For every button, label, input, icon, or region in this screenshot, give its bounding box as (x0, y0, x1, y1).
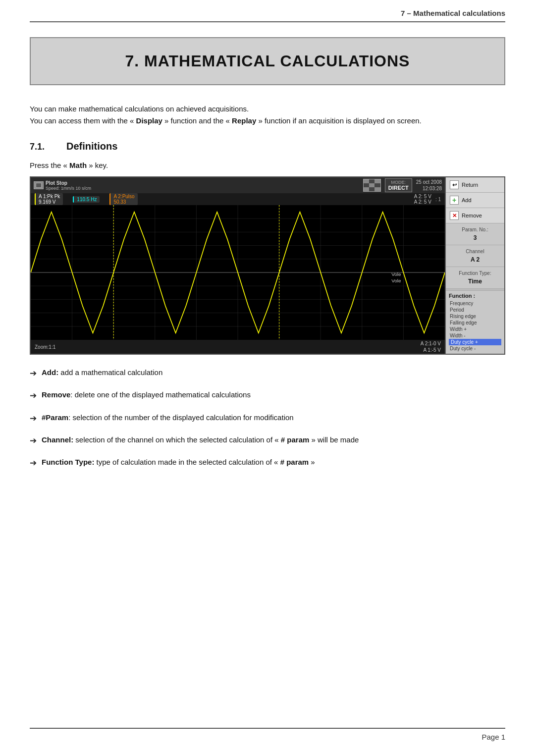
fn-rising-edge[interactable]: Rising edge (449, 313, 501, 320)
add-button[interactable]: + Add (446, 193, 504, 208)
scope-date: 25 oct 2008 (416, 179, 442, 185)
scope-top-bar: Plot Stop Speed: 1mm/s 10 s/cm MODE: (31, 177, 445, 193)
fn-period[interactable]: Period (449, 307, 501, 313)
bullet-add-text: Add: add a mathematical calculation (42, 367, 162, 378)
replay-keyword: Replay (232, 116, 256, 125)
bullet-param-text: #Param: selection of the number of the d… (42, 412, 294, 423)
bullet-arrow-2: ➔ (30, 389, 37, 402)
fn-falling-edge[interactable]: Falling edge (449, 320, 501, 326)
bullet-param: ➔ #Param: selection of the number of the… (30, 412, 505, 425)
scope-voltage-info: A 2:1-0 V A 1:-5 V (421, 340, 441, 353)
return-label: Return (462, 182, 478, 188)
scope-grid-area: Vole Vole (31, 205, 445, 340)
bullet-arrow-4: ➔ (30, 434, 37, 447)
fn-width-plus[interactable]: Width + (449, 326, 501, 332)
chapter-title: 7. MATHEMATICAL CALCULATIONS (41, 52, 494, 70)
press-key-text: Press the « Math » key. (30, 161, 505, 169)
scope-top-right: MODE: DIRECT 25 oct 2008 12:03:28 (363, 178, 442, 192)
math-key: Math (69, 161, 87, 169)
return-button[interactable]: ↩ Return (446, 177, 504, 193)
remove-button[interactable]: ✕ Remove (446, 208, 504, 223)
bullet-channel: ➔ Channel: selection of the channel on w… (30, 434, 505, 447)
param-label: Param. No.: (450, 226, 500, 233)
section-number: 7.1. (30, 142, 54, 152)
scope-datetime: 25 oct 2008 12:03:28 (416, 179, 442, 192)
page-footer: Page 1 (30, 728, 505, 741)
scope-plot-info: Plot Stop Speed: 1mm/s 10 s/cm (46, 180, 91, 191)
bullet-remove-text: Remove: delete one of the displayed math… (42, 389, 251, 400)
svg-text:Vole: Vole (391, 278, 401, 283)
return-icon: ↩ (450, 180, 459, 189)
scope-time: 12:03:28 (416, 185, 442, 192)
fn-duty-cycle-minus[interactable]: Duty cycle - (449, 345, 501, 352)
scope-waveform-svg: Vole Vole (31, 205, 445, 340)
param-info: Param. No.: 3 (446, 223, 504, 245)
scope-mode-box: MODE: DIRECT (385, 178, 412, 192)
mode-label: MODE: (388, 180, 409, 185)
channel-value: A 2 (450, 255, 500, 264)
bullet-remove: ➔ Remove: delete one of the displayed ma… (30, 389, 505, 402)
display-keyword: Display (136, 116, 162, 125)
remove-icon: ✕ (450, 211, 459, 220)
scope-bottom-bar: Zoom:1:1 A 2:1-0 V A 1:-5 V (31, 340, 445, 354)
function-type-label: Function Type: (450, 270, 500, 277)
fn-frequency[interactable]: Frequency (449, 300, 501, 307)
plot-stop-label: Plot Stop (46, 180, 91, 186)
function-type-value: Time (450, 277, 500, 286)
intro-line1: You can make mathematical calculations o… (30, 103, 505, 115)
channel-2-info: 110.5 Hz (73, 196, 100, 203)
channel-1-info: A 1:Pk Pk9.169 V (35, 193, 63, 205)
scope-channel-bar: A 1:Pk Pk9.169 V 110.5 Hz A 2:Pulso50.33… (31, 193, 445, 205)
section-71-heading: 7.1. Definitions (30, 141, 505, 152)
mode-value: DIRECT (388, 185, 409, 191)
section-title: Definitions (66, 141, 117, 152)
add-icon: + (450, 196, 459, 205)
bullet-function-type-text: Function Type: type of calculation made … (42, 456, 315, 468)
oscilloscope-display: Plot Stop Speed: 1mm/s 10 s/cm MODE: (30, 176, 505, 355)
header-title: 7 – Mathematical calculations (401, 9, 505, 17)
scope-checker-icon (363, 179, 381, 192)
scope-right-panel: ↩ Return + Add ✕ Remove Param. No.: 3 Ch… (445, 177, 504, 354)
intro-text: You can make mathematical calculations o… (30, 103, 505, 127)
intro-line2: You can access them with the « Display »… (30, 115, 505, 127)
cursor-info: A 2: 5 VA 2: 5 V (414, 194, 431, 205)
bullet-add: ➔ Add: add a mathematical calculation (30, 367, 505, 380)
speed-label: Speed: 1mm/s 10 s/cm (46, 186, 91, 191)
bullet-list: ➔ Add: add a mathematical calculation ➔ … (30, 367, 505, 470)
chapter-title-box: 7. MATHEMATICAL CALCULATIONS (30, 37, 505, 85)
bullet-arrow-5: ➔ (30, 457, 37, 470)
scope-icon (34, 181, 44, 189)
function-list-label: Function : (449, 293, 501, 299)
fn-duty-cycle-plus[interactable]: Duty cycle + (449, 339, 501, 345)
fn-width-minus[interactable]: Width - (449, 332, 501, 339)
function-type-info: Function Type: Time (446, 267, 504, 289)
channel-3-info: A 2:Pulso50.33 (109, 193, 137, 205)
channel-info-panel: Channel A 2 (446, 245, 504, 267)
scope-top-left: Plot Stop Speed: 1mm/s 10 s/cm (34, 180, 91, 191)
page-header: 7 – Mathematical calculations (30, 0, 505, 22)
scope-zoom: Zoom:1:1 (35, 344, 55, 350)
remove-label: Remove (462, 213, 482, 218)
bullet-arrow-1: ➔ (30, 367, 37, 380)
bullet-arrow-3: ➔ (30, 412, 37, 425)
bullet-channel-text: Channel: selection of the channel on whi… (42, 434, 359, 445)
add-label: Add (462, 197, 472, 203)
param-value: 3 (450, 233, 500, 242)
scope-dots: : 1 (435, 197, 441, 202)
function-list: Function : Frequency Period Rising edge … (446, 291, 504, 354)
svg-text:Vole: Vole (391, 271, 401, 276)
page-number: Page 1 (482, 733, 505, 741)
bullet-function-type: ➔ Function Type: type of calculation mad… (30, 456, 505, 470)
scope-main: Plot Stop Speed: 1mm/s 10 s/cm MODE: (31, 177, 445, 354)
channel-label: Channel (450, 248, 500, 255)
